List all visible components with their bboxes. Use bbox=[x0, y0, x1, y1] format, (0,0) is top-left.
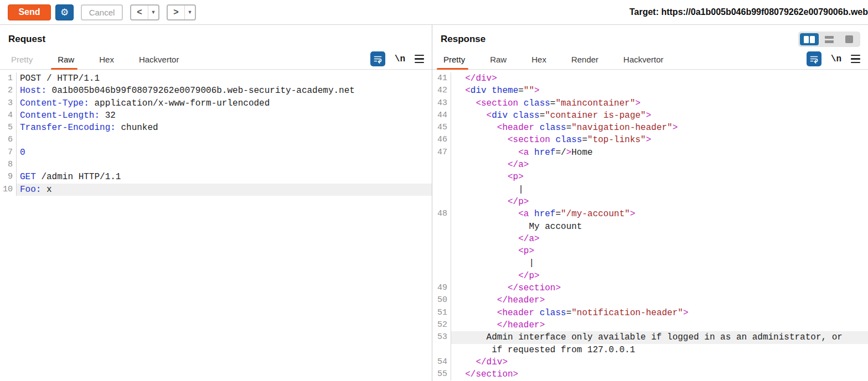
line-number bbox=[432, 221, 451, 233]
code-line[interactable]: 43 <section class="maincontainer"> bbox=[432, 97, 868, 109]
layout-rows-button[interactable] bbox=[820, 33, 839, 45]
target-url-label: Target: https://0a1b005b046b99f08079262e… bbox=[624, 7, 868, 17]
code-line[interactable]: <p> bbox=[432, 171, 868, 183]
hamburger-menu-icon[interactable] bbox=[415, 53, 424, 65]
request-editor[interactable]: 1POST / HTTP/1.12Host: 0a1b005b046b99f08… bbox=[0, 70, 432, 196]
code-text: if requested from 127.0.0.1 bbox=[451, 344, 868, 356]
prev-arrow-icon: < bbox=[131, 6, 148, 19]
code-line[interactable]: My account bbox=[432, 221, 868, 233]
message-editor-split: Request PrettyRawHexHackvertor \n 1POST … bbox=[0, 25, 868, 381]
tab-hex[interactable]: Hex bbox=[531, 55, 546, 64]
code-line[interactable]: 41 </div> bbox=[432, 72, 868, 85]
line-number: 52 bbox=[432, 319, 451, 331]
line-number: 51 bbox=[432, 307, 451, 319]
tab-raw[interactable]: Raw bbox=[58, 55, 74, 64]
code-line[interactable]: | bbox=[432, 257, 868, 269]
code-line[interactable]: 44 <div class="container is-page"> bbox=[432, 109, 868, 122]
code-line[interactable]: 1POST / HTTP/1.1 bbox=[0, 72, 432, 85]
code-line[interactable]: <p> bbox=[432, 245, 868, 257]
next-request-button[interactable]: > ▼ bbox=[167, 4, 196, 20]
code-line[interactable]: 10Foo: x bbox=[0, 184, 432, 196]
code-line[interactable]: 9GET /admin HTTP/1.1 bbox=[0, 171, 432, 183]
line-number: 46 bbox=[432, 134, 451, 146]
code-line[interactable]: 70 bbox=[0, 147, 432, 159]
code-line[interactable]: | bbox=[432, 184, 868, 196]
code-line[interactable]: 2Host: 0a1b005b046b99f08079262e0079006b.… bbox=[0, 85, 432, 97]
word-wrap-icon bbox=[373, 54, 383, 64]
code-line[interactable]: 6 bbox=[0, 134, 432, 146]
code-text: <header class="notification-header"> bbox=[451, 307, 868, 319]
code-line[interactable]: 49 </section> bbox=[432, 282, 868, 294]
send-button[interactable]: Send bbox=[8, 4, 51, 20]
line-number: 6 bbox=[0, 134, 17, 146]
code-line[interactable]: 45 <header class="navigation-header"> bbox=[432, 122, 868, 134]
prev-request-button[interactable]: < ▼ bbox=[130, 4, 159, 20]
line-number: 4 bbox=[0, 109, 17, 122]
tab-hackvertor[interactable]: Hackvertor bbox=[139, 55, 179, 64]
tab-pretty[interactable]: Pretty bbox=[11, 55, 33, 64]
cancel-button[interactable]: Cancel bbox=[81, 4, 123, 20]
tab-raw[interactable]: Raw bbox=[490, 55, 507, 64]
line-number bbox=[432, 171, 451, 183]
code-line[interactable]: 47 <a href=/>Home bbox=[432, 147, 868, 159]
line-number bbox=[432, 257, 451, 269]
code-line[interactable]: 50 </header> bbox=[432, 294, 868, 306]
code-line[interactable]: 53 Admin interface only available if log… bbox=[432, 331, 868, 343]
tab-hex[interactable]: Hex bbox=[99, 55, 114, 64]
code-line[interactable]: 48 <a href="/my-account"> bbox=[432, 208, 868, 220]
code-text: </p> bbox=[451, 196, 868, 208]
newline-visibility-button[interactable]: \n bbox=[831, 54, 841, 64]
word-wrap-icon bbox=[809, 54, 819, 64]
code-text: Foo: x bbox=[17, 184, 432, 196]
code-text: </p> bbox=[451, 270, 868, 282]
line-number: 47 bbox=[432, 147, 451, 159]
word-wrap-toggle-button[interactable] bbox=[370, 51, 385, 66]
tab-hackvertor[interactable]: Hackvertor bbox=[623, 55, 664, 64]
code-line[interactable]: 52 </header> bbox=[432, 319, 868, 331]
code-line[interactable]: 46 <section class="top-links"> bbox=[432, 134, 868, 146]
code-text: Content-Length: 32 bbox=[17, 109, 432, 122]
code-line[interactable]: if requested from 127.0.0.1 bbox=[432, 344, 868, 356]
request-tabs: PrettyRawHexHackvertor \n bbox=[0, 49, 432, 70]
prev-dropdown-caret-icon[interactable]: ▼ bbox=[148, 6, 158, 19]
code-text: | bbox=[451, 257, 868, 269]
code-line[interactable]: </a> bbox=[432, 233, 868, 245]
code-line[interactable]: 4Content-Length: 32 bbox=[0, 109, 432, 122]
gear-button[interactable]: ⚙ bbox=[55, 4, 74, 20]
hamburger-menu-icon[interactable] bbox=[851, 53, 860, 65]
tab-pretty[interactable]: Pretty bbox=[443, 55, 465, 64]
newline-visibility-button[interactable]: \n bbox=[395, 54, 405, 64]
code-line[interactable]: </a> bbox=[432, 159, 868, 171]
code-text: <div class="container is-page"> bbox=[451, 109, 868, 122]
code-text: <a href="/my-account"> bbox=[451, 208, 868, 220]
word-wrap-toggle-button[interactable] bbox=[807, 51, 822, 66]
next-arrow-icon: > bbox=[168, 6, 184, 19]
next-dropdown-caret-icon[interactable]: ▼ bbox=[184, 6, 195, 19]
code-line[interactable]: 42 <div theme=""> bbox=[432, 85, 868, 97]
code-text: </div> bbox=[451, 72, 868, 85]
code-text: GET /admin HTTP/1.1 bbox=[17, 171, 432, 183]
tab-render[interactable]: Render bbox=[571, 55, 598, 64]
code-line[interactable]: 54 </div> bbox=[432, 356, 868, 368]
code-text: </a> bbox=[451, 233, 868, 245]
response-tabs: PrettyRawHexRenderHackvertor \n bbox=[432, 49, 868, 70]
code-line[interactable]: 55 </section> bbox=[432, 368, 868, 380]
layout-single-button[interactable] bbox=[840, 33, 859, 45]
code-line[interactable]: 5Transfer-Encoding: chunked bbox=[0, 122, 432, 134]
line-number: 2 bbox=[0, 85, 17, 97]
line-number bbox=[432, 245, 451, 257]
code-text: <div theme=""> bbox=[451, 85, 868, 97]
code-line[interactable]: 51 <header class="notification-header"> bbox=[432, 307, 868, 319]
code-text: 0 bbox=[17, 147, 432, 159]
code-line[interactable]: </p> bbox=[432, 270, 868, 282]
code-text: My account bbox=[451, 221, 868, 233]
layout-columns-button[interactable] bbox=[800, 33, 819, 45]
line-number: 45 bbox=[432, 122, 451, 134]
line-number: 53 bbox=[432, 331, 451, 343]
code-line[interactable]: 3Content-Type: application/x-www-form-ur… bbox=[0, 97, 432, 109]
code-text: <section class="maincontainer"> bbox=[451, 97, 868, 109]
code-line[interactable]: </p> bbox=[432, 196, 868, 208]
code-line[interactable]: 8 bbox=[0, 159, 432, 171]
code-text: Host: 0a1b005b046b99f08079262e0079006b.w… bbox=[17, 85, 432, 97]
response-editor[interactable]: 41 </div>42 <div theme="">43 <section cl… bbox=[432, 70, 868, 380]
